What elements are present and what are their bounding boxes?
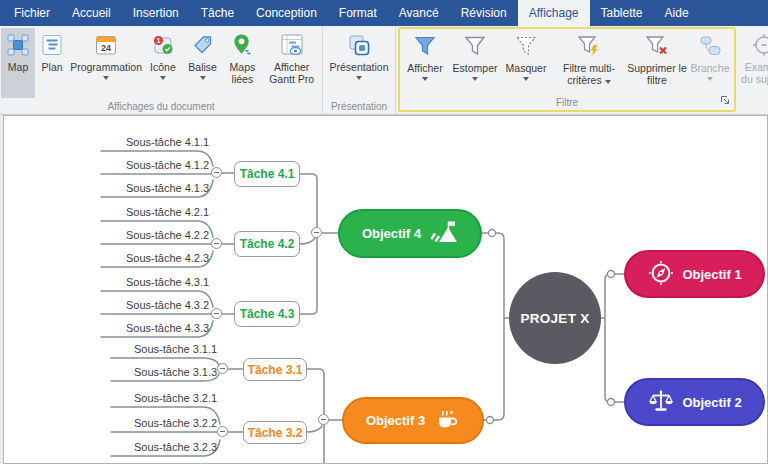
objectif-4-topic[interactable]: Objectif 4 xyxy=(338,209,482,258)
funnel-remove-icon xyxy=(643,32,671,60)
branche-label: Branche xyxy=(690,62,729,74)
map-canvas[interactable]: Sous-tâche 4.1.1 Sous-tâche 4.1.2 Sous-t… xyxy=(3,115,768,464)
collapse-toggle-group-3-2[interactable] xyxy=(217,426,228,437)
dropdown-arrow-icon xyxy=(356,76,362,80)
examen-du-sujet-button[interactable]: Examen du sujet xyxy=(739,28,768,98)
tab-avance[interactable]: Avancé xyxy=(388,0,450,26)
icon-badge-icon: 1 xyxy=(149,31,177,59)
subtask-3-2-3[interactable]: Sous-tâche 3.2.3 xyxy=(134,441,217,453)
objectif-2-topic[interactable]: Objectif 2 xyxy=(624,378,765,426)
afficher-filter-button[interactable]: Afficher xyxy=(401,29,449,99)
branch-topics-icon xyxy=(696,32,724,60)
collapse-toggle-objectif-3[interactable] xyxy=(318,414,329,425)
presentation-label: Présentation xyxy=(330,61,389,73)
plan-view-button[interactable]: Plan xyxy=(35,28,69,98)
subtask-4-2-3[interactable]: Sous-tâche 4.2.3 xyxy=(126,252,209,264)
central-topic-projet-x[interactable]: PROJET X xyxy=(509,272,601,364)
ribbon-tab-bar: Fichier Accueil Insertion Tâche Concepti… xyxy=(0,0,768,26)
masquer-button[interactable]: Masquer xyxy=(501,29,551,99)
tab-tache[interactable]: Tâche xyxy=(190,0,245,26)
dropdown-arrow-icon xyxy=(523,77,529,81)
subtask-3-1-3[interactable]: Sous-tâche 3.1.3 xyxy=(134,366,217,378)
dialog-launcher-icon[interactable] xyxy=(720,91,730,109)
subtask-4-2-2[interactable]: Sous-tâche 4.2.2 xyxy=(126,229,209,241)
objectif-1-topic[interactable]: Objectif 1 xyxy=(624,250,765,298)
maps-liees-label: Maps liées xyxy=(223,61,263,86)
subtask-3-2-2[interactable]: Sous-tâche 3.2.2 xyxy=(134,417,217,429)
examen-du-sujet-text: Examen du sujet xyxy=(741,61,768,85)
coffee-cup-icon xyxy=(432,405,460,436)
afficher-gantt-pro-button[interactable]: Afficher Gantt Pro xyxy=(262,28,321,98)
gantt-grid-icon xyxy=(278,31,306,59)
icone-button[interactable]: 1 Icône xyxy=(143,28,183,98)
subtask-4-3-3[interactable]: Sous-tâche 4.3.3 xyxy=(126,322,209,334)
map-view-button[interactable]: Map xyxy=(1,28,35,98)
supprimer-le-filtre-label: Supprimer le filtre xyxy=(627,62,687,87)
filtre-multi-criteres-button[interactable]: Filtre multi-critères xyxy=(551,29,627,99)
presentation-button[interactable]: Présentation xyxy=(324,28,394,98)
subtask-4-1-1[interactable]: Sous-tâche 4.1.1 xyxy=(126,136,209,148)
group-label-presentation: Présentation xyxy=(323,101,395,112)
dropdown-arrow-icon xyxy=(103,76,109,80)
tab-affichage[interactable]: Affichage xyxy=(518,0,590,26)
scales-icon xyxy=(647,388,675,417)
balise-button[interactable]: Balise xyxy=(183,28,223,98)
central-topic-label: PROJET X xyxy=(520,311,589,326)
svg-text:1: 1 xyxy=(156,37,160,44)
collapse-toggle-group-4-1[interactable] xyxy=(211,167,222,178)
group-label-affichages: Affichages du document xyxy=(0,101,322,112)
subtask-4-3-1[interactable]: Sous-tâche 4.3.1 xyxy=(126,276,209,288)
svg-text:24: 24 xyxy=(101,43,111,53)
subtask-3-1-1[interactable]: Sous-tâche 3.1.1 xyxy=(134,343,217,355)
dropdown-arrow-icon xyxy=(200,76,206,80)
estomper-button[interactable]: Estomper xyxy=(449,29,501,99)
subtask-4-2-1[interactable]: Sous-tâche 4.2.1 xyxy=(126,206,209,218)
task-4-2[interactable]: Tâche 4.2 xyxy=(234,231,300,257)
collapse-toggle-group-4-3[interactable] xyxy=(211,308,222,319)
afficher-gantt-pro-label: Afficher Gantt Pro xyxy=(262,61,321,86)
tab-fichier[interactable]: Fichier xyxy=(0,0,61,26)
maps-liees-button[interactable]: Maps liées xyxy=(223,28,263,98)
collapse-toggle-group-4-2[interactable] xyxy=(211,238,222,249)
collapse-toggle-objectif-4[interactable] xyxy=(311,227,322,238)
objectif-3-topic[interactable]: Objectif 3 xyxy=(342,397,484,444)
subtask-4-1-2[interactable]: Sous-tâche 4.1.2 xyxy=(126,159,209,171)
task-3-1[interactable]: Tâche 3.1 xyxy=(243,358,307,381)
compass-icon xyxy=(647,259,675,290)
funnel-dashed-icon xyxy=(512,32,540,60)
tab-aide[interactable]: Aide xyxy=(654,0,700,26)
branche-button[interactable]: Branche xyxy=(687,29,733,99)
group-presentation: Présentation Présentation xyxy=(323,26,396,114)
map-pin-icon xyxy=(228,31,256,59)
funnel-outline-icon xyxy=(461,32,489,60)
tab-format[interactable]: Format xyxy=(328,0,388,26)
programmation-label: Programmation xyxy=(70,61,142,73)
group-examen: Examen du sujet xyxy=(738,26,768,114)
task-4-1[interactable]: Tâche 4.1 xyxy=(234,161,300,187)
task-3-2[interactable]: Tâche 3.2 xyxy=(243,421,307,444)
group-filtre-highlight: Afficher Estomper Masquer xyxy=(398,27,736,112)
task-4-3[interactable]: Tâche 4.3 xyxy=(234,301,300,327)
ribbon: Map Plan 24 Programmation xyxy=(0,26,768,115)
subtask-4-1-3[interactable]: Sous-tâche 4.1.3 xyxy=(126,182,209,194)
programmation-button[interactable]: 24 Programmation xyxy=(69,28,143,98)
tab-tablette[interactable]: Tablette xyxy=(590,0,654,26)
tab-insertion[interactable]: Insertion xyxy=(122,0,190,26)
map-view-label: Map xyxy=(8,61,28,73)
tab-revision[interactable]: Révision xyxy=(450,0,518,26)
subtask-4-3-2[interactable]: Sous-tâche 4.3.2 xyxy=(126,299,209,311)
tab-conception[interactable]: Conception xyxy=(245,0,328,26)
calendar-icon: 24 xyxy=(92,31,120,59)
balise-label: Balise xyxy=(188,61,217,73)
supprimer-le-filtre-button[interactable]: Supprimer le filtre xyxy=(627,29,687,99)
group-label-filtre: Filtre xyxy=(400,97,734,108)
collapse-toggle-group-3-1[interactable] xyxy=(217,363,228,374)
map-view-icon xyxy=(4,31,32,59)
afficher-filter-label: Afficher xyxy=(407,62,442,74)
subtask-3-2-1[interactable]: Sous-tâche 3.2.1 xyxy=(134,392,217,404)
objectif-3-label: Objectif 3 xyxy=(366,413,425,428)
estomper-label: Estomper xyxy=(453,62,498,74)
crosshair-target-icon xyxy=(750,31,768,59)
tab-accueil[interactable]: Accueil xyxy=(61,0,122,26)
plan-view-icon xyxy=(38,31,66,59)
